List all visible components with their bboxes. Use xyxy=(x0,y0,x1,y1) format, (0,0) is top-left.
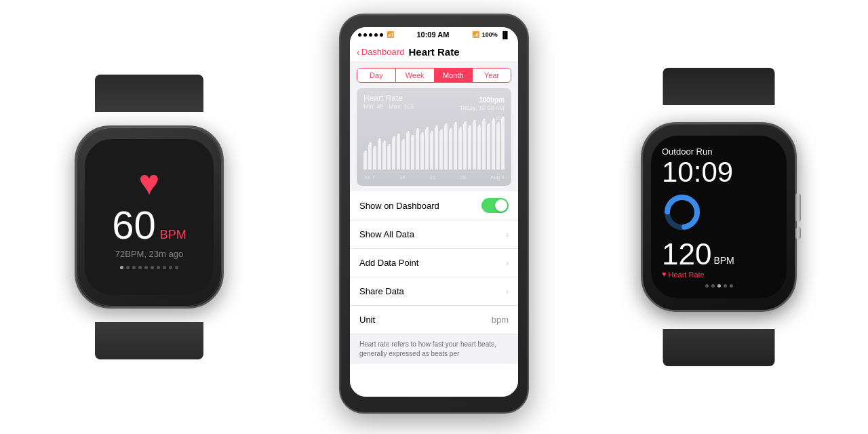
chart-bar-10 xyxy=(411,137,414,170)
chart-bar-dot-25 xyxy=(483,119,485,121)
list-item-all-data[interactable]: Show All Data › xyxy=(350,220,518,249)
back-chevron-icon: ‹ xyxy=(357,47,360,58)
chart-bar-13 xyxy=(425,129,429,170)
chart-date: Today, 10:09 AM xyxy=(460,104,505,111)
chart-bar-15 xyxy=(435,127,438,170)
chart-bar-dot-22 xyxy=(469,125,471,127)
chart-header: Heart Rate Min: 49 Max: 165 100bpm xyxy=(363,94,505,113)
chart-bar-26 xyxy=(487,125,490,170)
chart-x-labels: Jul 7 14 21 28 Aug 4 xyxy=(363,174,505,180)
chart-bar-dot-10 xyxy=(412,135,414,137)
bluetooth-icon: 📶 xyxy=(472,31,479,38)
bpm-sub-left: 72BPM, 23m ago xyxy=(115,249,183,259)
signal-dot-4 xyxy=(374,33,378,37)
chart-bar-8 xyxy=(401,141,405,170)
watch-crown-right xyxy=(795,193,801,222)
chart-bar-dot-27 xyxy=(492,118,494,120)
chart-bar-11 xyxy=(416,130,419,170)
chart-bar-25 xyxy=(482,121,486,170)
chart-bar-dot-19 xyxy=(454,122,456,124)
signal-dot-3 xyxy=(369,33,372,37)
chart-bar-dot-12 xyxy=(421,132,423,134)
chart-bar-dot-6 xyxy=(393,136,395,138)
unit-value: bpm xyxy=(492,315,509,325)
tab-month[interactable]: Month xyxy=(435,68,473,82)
chart-x-14: 14 xyxy=(399,174,406,180)
add-data-chevron-icon: › xyxy=(506,258,509,268)
list-item-share[interactable]: Share Data › xyxy=(350,277,518,306)
list-item-add-data[interactable]: Add Data Point › xyxy=(350,249,518,277)
chart-bar-dot-24 xyxy=(478,125,480,127)
chart-bar-23 xyxy=(473,122,476,170)
tab-week[interactable]: Week xyxy=(396,68,435,82)
battery-icon: ▐▌ xyxy=(500,31,510,39)
chart-bar-dot-4 xyxy=(383,140,385,142)
chart-bar-dot-9 xyxy=(407,131,409,133)
bpm-label-left: BPM xyxy=(160,228,186,242)
dashboard-label: Show on Dashboard xyxy=(359,201,439,211)
watch-screen-right: Outdoor Run 10:09 120 BPM xyxy=(651,136,787,298)
watch-crown-left-small xyxy=(222,235,224,247)
chart-bar-29 xyxy=(501,119,505,170)
unit-right: bpm xyxy=(492,315,509,325)
watch-dot-r3 xyxy=(724,284,727,288)
tab-year[interactable]: Year xyxy=(473,68,511,82)
chart-value-info: 100bpm Today, 10:09 AM xyxy=(460,94,505,111)
bpm-number-right: 120 xyxy=(662,239,711,269)
band-top-left xyxy=(95,75,203,112)
iphone-body: 📶 10:09 AM 📶 100% ▐▌ ‹ Dashboard He xyxy=(339,14,529,414)
chart-bar-22 xyxy=(468,127,471,170)
chart-x-aug4: Aug 4 xyxy=(490,174,505,180)
chart-bar-19 xyxy=(454,124,457,170)
bpm-unit-right: BPM xyxy=(713,252,734,269)
chart-bar-dot-11 xyxy=(416,128,418,130)
chart-bar-16 xyxy=(439,131,443,170)
activity-ring-area xyxy=(662,192,776,233)
chart-bar-17 xyxy=(444,125,448,170)
share-right: › xyxy=(506,287,509,296)
chart-bar-24 xyxy=(477,127,481,170)
bpm-number-left: 60 xyxy=(112,205,156,245)
watch-body-left: ♥ 60 BPM 72BPM, 23m ago xyxy=(75,125,224,309)
watch-right: Outdoor Run 10:09 120 BPM xyxy=(624,98,814,336)
nav-title: Heart Rate xyxy=(408,46,459,58)
watch-dots-left xyxy=(120,266,178,269)
period-tabs: Day Week Month Year xyxy=(357,68,511,83)
toggle-knob xyxy=(495,199,507,212)
chart-bar-dot-28 xyxy=(497,122,499,124)
chart-minmax: Min: 49 Max: 165 xyxy=(363,103,414,110)
iphone-screen: 📶 10:09 AM 📶 100% ▐▌ ‹ Dashboard He xyxy=(350,27,518,397)
watch-dot-7 xyxy=(163,266,166,269)
main-scene: ♥ 60 BPM 72BPM, 23m ago xyxy=(0,0,868,434)
watch-dots-right xyxy=(662,284,776,288)
chart-title: Heart Rate xyxy=(363,94,414,103)
chart-bar-4 xyxy=(382,142,386,170)
bpm-display-right: 120 BPM xyxy=(662,239,776,269)
iphone-side-button xyxy=(528,96,529,130)
chart-bar-dot-7 xyxy=(397,134,399,136)
watch-crown-right-small xyxy=(795,227,801,239)
chart-bar-dot-17 xyxy=(445,123,447,125)
chart-bar-27 xyxy=(492,120,495,170)
chart-bar-dot-16 xyxy=(440,129,442,131)
chart-bar-dot-5 xyxy=(388,144,390,146)
bpm-display-left: 60 BPM xyxy=(112,205,186,245)
heart-rate-label-right: Heart Rate xyxy=(669,271,705,279)
share-label: Share Data xyxy=(359,286,404,296)
chart-bar-dot-1 xyxy=(369,142,371,144)
back-button[interactable]: ‹ Dashboard xyxy=(357,47,404,58)
chart-bar-21 xyxy=(463,123,467,170)
status-right: 📶 100% ▐▌ xyxy=(472,31,510,39)
dashboard-toggle[interactable] xyxy=(481,198,509,213)
chart-bar-dot-3 xyxy=(378,138,380,140)
chart-x-28: 28 xyxy=(460,174,466,180)
watch-dot-1 xyxy=(126,266,130,269)
status-time: 10:09 AM xyxy=(416,31,449,39)
chart-bar-6 xyxy=(392,138,395,170)
watch-body-right: Outdoor Run 10:09 120 BPM xyxy=(641,122,797,312)
chart-bar-20 xyxy=(458,129,462,170)
tab-day[interactable]: Day xyxy=(357,68,396,82)
signal-dot-1 xyxy=(358,33,361,37)
chart-bar-7 xyxy=(397,136,400,170)
band-top-right xyxy=(663,68,775,105)
